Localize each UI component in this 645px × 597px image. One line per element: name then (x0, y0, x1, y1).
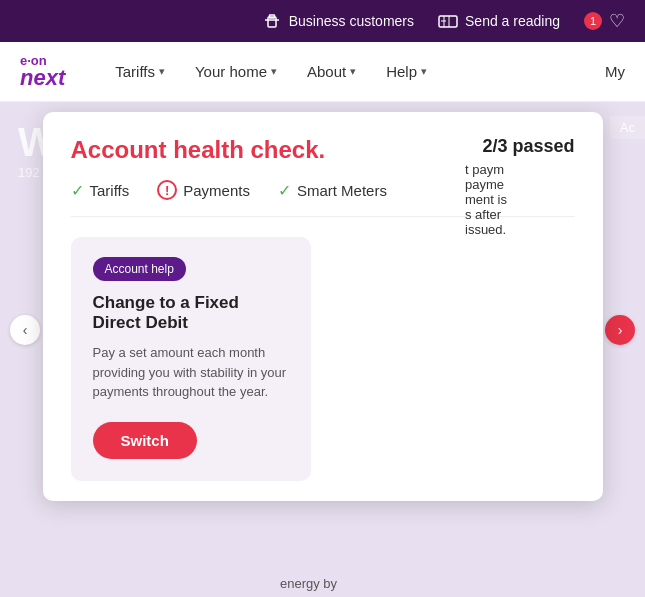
meter-icon (438, 11, 458, 31)
send-reading-label: Send a reading (465, 13, 560, 29)
business-customers-label: Business customers (289, 13, 414, 29)
modal-score: 2/3 passed (482, 136, 574, 157)
heart-icon: ♡ (609, 10, 625, 32)
nav-bar: e·on next Tariffs ▾ Your home ▾ About ▾ … (0, 42, 645, 102)
nav-tariffs[interactable]: Tariffs ▾ (115, 59, 165, 84)
check-payments-label: Payments (183, 182, 250, 199)
chevron-down-icon: ▾ (159, 65, 165, 78)
card-title: Change to a Fixed Direct Debit (93, 293, 289, 333)
checkmark-icon: ✓ (71, 181, 84, 200)
briefcase-icon (262, 11, 282, 31)
right-content-partial: t paym payme ment is s after issued. (465, 162, 625, 237)
nav-help[interactable]: Help ▾ (386, 59, 427, 84)
check-smart-meters-label: Smart Meters (297, 182, 387, 199)
nav-help-label: Help (386, 63, 417, 80)
notification-link[interactable]: 1 ♡ (584, 10, 625, 32)
card-body: Pay a set amount each month providing yo… (93, 343, 289, 402)
right-line1: t paym (465, 162, 625, 177)
send-reading-link[interactable]: Send a reading (438, 11, 560, 31)
nav-my[interactable]: My (605, 63, 625, 80)
page-background: Wo 192 G Ac ‹ › Account health check. 2/… (0, 102, 645, 597)
chevron-down-icon: ▾ (271, 65, 277, 78)
bottom-text: energy by (280, 576, 337, 591)
modal-title: Account health check. (71, 136, 326, 164)
checkmark-icon: ✓ (278, 181, 291, 200)
logo-next: next (20, 67, 65, 89)
warning-icon: ! (157, 180, 177, 200)
right-line3: ment is (465, 192, 625, 207)
right-line5: issued. (465, 222, 625, 237)
chevron-down-icon: ▾ (421, 65, 427, 78)
nav-your-home-label: Your home (195, 63, 267, 80)
nav-about-label: About (307, 63, 346, 80)
check-payments: ! Payments (157, 180, 250, 200)
modal-header: Account health check. 2/3 passed (71, 136, 575, 164)
notification-badge: 1 (584, 12, 602, 30)
nav-my-label: My (605, 63, 625, 80)
check-tariffs: ✓ Tariffs (71, 181, 130, 200)
top-bar: Business customers Send a reading 1 ♡ (0, 0, 645, 42)
right-line4: s after (465, 207, 625, 222)
nav-your-home[interactable]: Your home ▾ (195, 59, 277, 84)
chevron-down-icon: ▾ (350, 65, 356, 78)
right-line2: payme (465, 177, 625, 192)
switch-button[interactable]: Switch (93, 422, 197, 459)
card-tag: Account help (93, 257, 186, 281)
check-smart-meters: ✓ Smart Meters (278, 181, 387, 200)
check-tariffs-label: Tariffs (90, 182, 130, 199)
account-help-card: Account help Change to a Fixed Direct De… (71, 237, 311, 481)
nav-about[interactable]: About ▾ (307, 59, 356, 84)
logo[interactable]: e·on next (20, 54, 65, 89)
business-customers-link[interactable]: Business customers (262, 11, 414, 31)
nav-tariffs-label: Tariffs (115, 63, 155, 80)
